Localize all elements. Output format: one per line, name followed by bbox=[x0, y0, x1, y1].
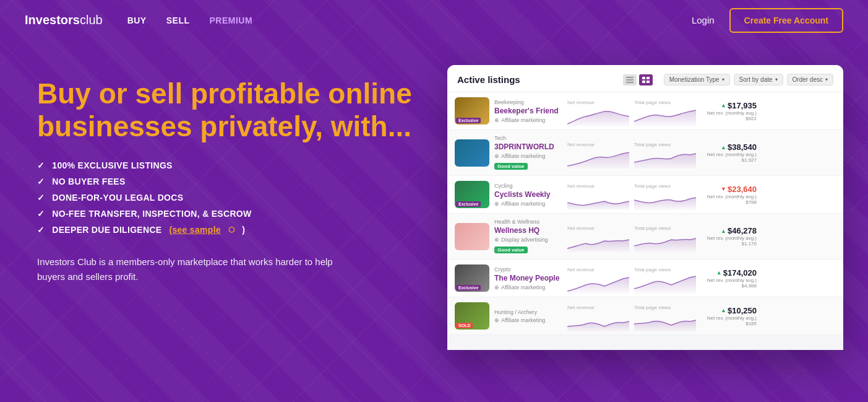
listing-info: Health & Wellness Wellness HQ ⊕ Display … bbox=[494, 219, 562, 254]
price-sub-label: Net rev. (monthly avg.) bbox=[701, 194, 757, 199]
price-arrow-icon: ▲ bbox=[716, 269, 722, 276]
feature-item-3: ✓ DONE-FOR-YOU LEGAL DOCS bbox=[37, 193, 421, 203]
listing-badge-thumb: SOLD bbox=[456, 323, 473, 328]
check-icon-3: ✓ bbox=[37, 193, 45, 203]
price-main: ▲ $38,540 bbox=[701, 142, 757, 152]
nav-sell[interactable]: SELL bbox=[166, 15, 190, 25]
price-arrow-icon: ▲ bbox=[721, 144, 726, 151]
sparkline-revenue bbox=[567, 274, 629, 294]
listing-row[interactable]: Exclusive Cycling Cyclists Weekly ⊕ Affi… bbox=[447, 176, 843, 214]
listing-name[interactable]: Cyclists Weekly bbox=[494, 190, 562, 199]
listing-badge-thumb: Exclusive bbox=[456, 201, 481, 207]
panel-header: Active listings Monetization Type ▾ Sort… bbox=[447, 65, 843, 92]
listing-badge-thumb: Exclusive bbox=[456, 285, 481, 291]
svg-rect-0 bbox=[626, 77, 634, 78]
nav-premium[interactable]: PREMIUM bbox=[209, 15, 252, 25]
listing-price: ▲ $46,278 Net rev. (monthly avg.) $1,176 bbox=[701, 226, 757, 247]
price-sub-label: Net rev. (monthly avg.) bbox=[701, 315, 757, 321]
listing-thumbnail bbox=[455, 223, 489, 250]
price-value: $174,020 bbox=[723, 268, 757, 277]
logo-text-investors: Investors bbox=[25, 13, 80, 27]
listing-category: Tech bbox=[494, 135, 562, 141]
price-main: ▲ $10,250 bbox=[701, 306, 757, 315]
net-revenue-chart: Net revenue bbox=[567, 142, 629, 164]
sparkline-pageviews bbox=[634, 274, 696, 294]
listing-name[interactable]: The Money People bbox=[494, 274, 562, 282]
feature-text-2: NO BUYER FEES bbox=[52, 177, 125, 186]
listing-category: Health & Wellness bbox=[494, 219, 562, 225]
price-sub-label: Net rev. (monthly avg.) bbox=[701, 110, 757, 116]
listing-name[interactable]: 3DPRINTWORLD bbox=[494, 142, 562, 151]
listing-row[interactable]: SOLD Hunting / Archery ⊕ Affiliate marke… bbox=[447, 297, 843, 335]
listing-thumbnail: Exclusive bbox=[455, 181, 489, 208]
net-revenue-chart: Net revenue bbox=[567, 225, 629, 248]
page-views-label: Total page views bbox=[634, 305, 696, 310]
listing-name[interactable]: Beekeper's Friend bbox=[494, 107, 562, 115]
listing-info: Hunting / Archery ⊕ Affiliate marketing bbox=[494, 309, 562, 323]
listing-sub: ⊕ Display advertising bbox=[494, 237, 562, 243]
listing-price: ▲ $38,540 Net rev. (monthly avg.) $1,927 bbox=[701, 142, 757, 163]
listing-name[interactable]: Wellness HQ bbox=[494, 226, 562, 235]
listing-tag-inline: Good value bbox=[494, 247, 528, 253]
sparkline-revenue bbox=[567, 190, 629, 210]
listing-category: Hunting / Archery bbox=[494, 309, 562, 315]
price-value: $23,640 bbox=[728, 185, 757, 194]
price-arrow-icon: ▼ bbox=[721, 186, 726, 192]
monetization-icon: ⊕ bbox=[494, 117, 499, 123]
page-views-chart: Total page views bbox=[634, 267, 696, 289]
grid-view-icon[interactable] bbox=[639, 74, 653, 85]
monetization-icon: ⊕ bbox=[494, 153, 499, 159]
listing-row[interactable]: Health & Wellness Wellness HQ ⊕ Display … bbox=[447, 214, 843, 260]
page-views-chart: Total page views bbox=[634, 225, 696, 248]
monetization-icon: ⊕ bbox=[494, 201, 499, 207]
list-view-icon[interactable] bbox=[623, 74, 637, 85]
page-views-label: Total page views bbox=[634, 225, 696, 231]
page-views-chart: Total page views bbox=[634, 305, 696, 327]
price-sub-value: $185 bbox=[701, 321, 757, 326]
listing-sub: ⊕ Affiliate marketing bbox=[494, 153, 562, 159]
listing-price: ▲ $174,020 Net rev. (monthly avg.) $4,98… bbox=[701, 268, 757, 289]
page-views-label: Total page views bbox=[634, 100, 696, 105]
hero-right: Active listings Monetization Type ▾ Sort… bbox=[445, 65, 843, 350]
listing-row[interactable]: Exclusive Crypto The Money People ⊕ Affi… bbox=[447, 260, 843, 297]
check-icon-2: ✓ bbox=[37, 177, 45, 186]
feature-text-5: DEEPER DUE DILIGENCE bbox=[52, 225, 161, 235]
nav-buy[interactable]: BUY bbox=[127, 15, 147, 25]
price-arrow-icon: ▲ bbox=[721, 307, 726, 313]
price-main: ▲ $174,020 bbox=[701, 268, 757, 277]
create-account-button[interactable]: Create Free Account bbox=[729, 8, 843, 33]
net-revenue-chart: Net revenue bbox=[567, 267, 629, 289]
price-arrow-icon: ▲ bbox=[721, 228, 726, 234]
listing-sub: ⊕ Affiliate marketing bbox=[494, 317, 562, 323]
check-icon-1: ✓ bbox=[37, 160, 45, 170]
price-value: $10,250 bbox=[728, 306, 757, 315]
net-revenue-chart: Net revenue bbox=[567, 183, 629, 206]
listing-badge-thumb: Exclusive bbox=[456, 118, 481, 123]
sparkline-pageviews bbox=[634, 107, 696, 126]
sparkline-revenue bbox=[567, 232, 629, 252]
see-sample-link[interactable]: (see sample bbox=[169, 225, 220, 235]
price-sub-value: $1,176 bbox=[701, 241, 757, 247]
listing-thumbnail: Exclusive bbox=[455, 97, 489, 125]
listing-row[interactable]: Tech 3DPRINTWORLD ⊕ Affiliate marketing … bbox=[447, 130, 843, 176]
login-link[interactable]: Login bbox=[692, 15, 715, 25]
price-sub-label: Net rev. (monthly avg.) bbox=[701, 152, 757, 157]
listing-info: Beekeeping Beekeper's Friend ⊕ Affiliate… bbox=[494, 99, 562, 123]
net-revenue-chart: Net revenue bbox=[567, 100, 629, 122]
filter-order[interactable]: Order desc ▾ bbox=[787, 74, 833, 85]
listings-container: Exclusive Beekeeping Beekeper's Friend ⊕… bbox=[447, 92, 843, 335]
view-icons bbox=[623, 74, 653, 85]
feature-text-3: DONE-FOR-YOU LEGAL DOCS bbox=[52, 193, 183, 203]
filter-sort-date[interactable]: Sort by date ▾ bbox=[734, 74, 783, 85]
listing-thumbnail bbox=[455, 139, 489, 167]
monetization-icon: ⊕ bbox=[494, 284, 499, 291]
sparkline-pageviews bbox=[634, 149, 696, 168]
price-sub-label: Net rev. (monthly avg.) bbox=[701, 235, 757, 241]
logo[interactable]: Investorsclub bbox=[25, 13, 103, 27]
hero-section: Buy or sell profitable online businesses… bbox=[0, 40, 868, 350]
filter-monetization[interactable]: Monetization Type ▾ bbox=[664, 74, 730, 85]
feature-text-5-close: ) bbox=[242, 225, 245, 235]
listing-row[interactable]: Exclusive Beekeeping Beekeper's Friend ⊕… bbox=[447, 92, 843, 130]
listing-info: Tech 3DPRINTWORLD ⊕ Affiliate marketing … bbox=[494, 135, 562, 170]
sparkline-pageviews bbox=[634, 312, 696, 331]
